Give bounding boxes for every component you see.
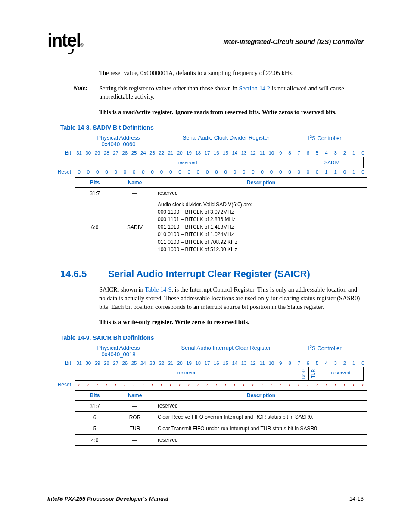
paragraph-bold: This is a write-only register. Write zer… (99, 318, 364, 327)
bit-cell: 24 (139, 150, 148, 156)
bit-cell: r (84, 382, 93, 387)
cell-bits: 5 (75, 423, 115, 434)
note-body: Setting this register to values other th… (99, 84, 364, 101)
note-label: Note: (73, 84, 99, 101)
bit-cell: 28 (102, 361, 111, 366)
bit-cell: 2 (340, 361, 349, 366)
bit-cell: 0 (358, 361, 367, 366)
physical-address: Physical Address0x4040_0060 (80, 134, 157, 147)
bit-cell: r (230, 382, 239, 387)
physical-address: Physical Address0x4040_0018 (80, 345, 157, 358)
bit-cell: 0 (358, 150, 367, 156)
bit-cell: r (313, 382, 322, 387)
cell-bits: 31:7 (75, 188, 115, 199)
page-number: 14-13 (349, 495, 364, 502)
bit-cell: 27 (111, 150, 120, 156)
bit-cell: 21 (166, 150, 175, 156)
bit-cell: 0 (230, 169, 239, 174)
bit-cell: 5 (313, 361, 322, 366)
bit-cell: r (139, 382, 148, 387)
cell-desc: Clear Receive FIFO overrun Interrupt and… (155, 412, 367, 423)
th-desc: Description (155, 390, 367, 400)
section-link[interactable]: Section 14.2 (239, 85, 271, 92)
cell-name: — (115, 435, 155, 446)
bit-cell: 17 (203, 150, 212, 156)
bit-cell: 0 (130, 169, 139, 174)
table-row: 6:0SADIVAudio clock divider. Valid SADIV… (75, 199, 367, 255)
cell-bits: 6:0 (75, 199, 115, 255)
bit-cell: 0 (221, 169, 230, 174)
cell-desc: reserved (155, 188, 367, 199)
bit-cell: 5 (313, 150, 322, 156)
footer-title: Intel® PXA255 Processor Developer's Manu… (47, 495, 168, 502)
bit-cell: 18 (193, 150, 202, 156)
bit-cell: r (303, 382, 312, 387)
bit-cell: 0 (75, 169, 84, 174)
paragraph: SAICR, shown in Table 14-9, is the Inter… (99, 286, 364, 311)
bit-cell: 0 (139, 169, 148, 174)
bit-cell: r (120, 382, 129, 387)
cell-desc: Clear Transmit FIFO under-run Interrupt … (155, 423, 367, 434)
bit-cell: 1 (322, 169, 331, 174)
section-title: Serial Audio Interrupt Clear Register (S… (108, 268, 310, 280)
intel-logo: intel® (47, 30, 83, 51)
bit-cell: 15 (221, 150, 230, 156)
bit-cell: 9 (276, 150, 285, 156)
bit-label: Bit (54, 150, 75, 156)
field-reserved: reserved (318, 367, 363, 380)
definition-table: Bits Name Description 31:7—reserved6RORC… (75, 390, 367, 446)
bit-cell: 30 (84, 361, 93, 366)
bit-cell: 14 (230, 361, 239, 366)
bit-cell: 13 (240, 361, 249, 366)
th-name: Name (115, 390, 155, 400)
register-name: Serial Audio Clock Divider Register (157, 134, 295, 147)
bit-cell: 4 (322, 361, 331, 366)
bit-cell: r (331, 382, 340, 387)
bit-cell: 0 (102, 169, 111, 174)
bit-cell: 3 (331, 361, 340, 366)
section-heading: 14.6.5 Serial Audio Interrupt Clear Regi… (60, 268, 364, 280)
controller-name: I2S Controller (295, 134, 355, 147)
bit-cell: 4 (322, 150, 331, 156)
bit-cell: 26 (120, 361, 129, 366)
table-caption: Table 14-9. SAICR Bit Definitions (60, 334, 364, 341)
bit-cell: r (285, 382, 294, 387)
cell-name: SADIV (115, 199, 155, 255)
cell-bits: 6 (75, 412, 115, 423)
bit-cell: 0 (111, 169, 120, 174)
cell-name: — (115, 400, 155, 411)
bit-cell: 31 (75, 361, 84, 366)
cell-desc: reserved (155, 400, 367, 411)
cell-desc: Audio clock divider. Valid SADIV(6:0) ar… (155, 199, 367, 255)
bit-cell: r (267, 382, 276, 387)
note-block: Note: Setting this register to values ot… (73, 84, 364, 101)
th-bits: Bits (75, 178, 115, 188)
bit-cell: 14 (230, 150, 239, 156)
bit-cell: r (294, 382, 303, 387)
field-reserved: reserved (75, 367, 299, 380)
table-row: 4:0—reserved (75, 435, 367, 446)
bit-label: Bit (54, 360, 75, 366)
bit-cell: 0 (249, 169, 258, 174)
bit-cell: 0 (212, 169, 221, 174)
bit-cell: 6 (303, 361, 312, 366)
th-name: Name (115, 178, 155, 188)
reset-label: Reset (54, 382, 75, 388)
bit-cell: 19 (184, 150, 193, 156)
bit-cell: r (349, 382, 358, 387)
bit-cell: 0 (303, 169, 312, 174)
cell-name: — (115, 188, 155, 199)
bit-cell: 0 (276, 169, 285, 174)
bit-cell: 31 (75, 150, 84, 156)
bit-cell: 23 (148, 150, 157, 156)
bit-cell: r (322, 382, 331, 387)
bit-cell: 8 (285, 361, 294, 366)
bit-cell: 13 (240, 150, 249, 156)
bit-cell: 7 (294, 361, 303, 366)
bit-cell: r (221, 382, 230, 387)
table-link[interactable]: Table 14-9 (145, 286, 171, 293)
bit-cell: r (203, 382, 212, 387)
bit-cell: r (166, 382, 175, 387)
paragraph: The reset value, 0x0000001A, defaults to… (99, 69, 364, 78)
paragraph-bold: This is a read/write register. Ignore re… (99, 108, 364, 117)
